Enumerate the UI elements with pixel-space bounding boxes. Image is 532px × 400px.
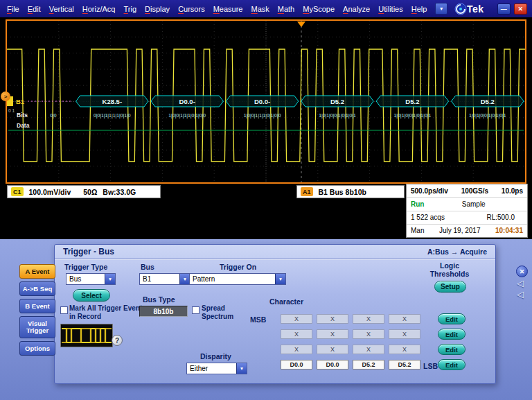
edit-button-1[interactable]: Edit xyxy=(438,313,466,324)
channel1-readout[interactable]: C1 100.0mV/div 50Ω Bw:33.0G xyxy=(7,185,161,198)
trigger-on-dropdown[interactable]: Pattern ▼ xyxy=(189,273,286,285)
bus-dropdown[interactable]: B1 ▼ xyxy=(139,273,190,285)
bus-decode-label: D0.0- xyxy=(179,98,195,105)
menu-item-horiz-acq[interactable]: Horiz/Acq xyxy=(78,3,120,15)
run-state: Run xyxy=(411,200,424,208)
edit-button-3[interactable]: Edit xyxy=(438,344,466,355)
chevron-down-icon: ▼ xyxy=(236,363,247,374)
trigger-window-header: Trigger - Bus A:Bus → Acquire xyxy=(55,245,495,259)
scope-display-area: K28.5-D0.0-D0.0-D5.2D5.2D5.20|00|0|1|1|1… xyxy=(0,17,532,239)
logic-thresholds-label: Logic Thresholds xyxy=(425,261,475,278)
character-lsb-cell-3[interactable]: D5.2 xyxy=(353,360,384,369)
menu-item-analyze[interactable]: Analyze xyxy=(339,3,374,15)
edit-buttons-column: EditEditEditEdit xyxy=(438,313,466,370)
menu-dropdown-button[interactable]: ▼ xyxy=(435,3,447,15)
menu-item-help[interactable]: Help xyxy=(407,3,432,15)
character-lsb-cell-2[interactable]: D0.0 xyxy=(317,360,348,369)
panel-arrow-left-icon[interactable]: ◁ xyxy=(517,278,524,288)
character-cell-1-3[interactable]: X xyxy=(353,314,384,324)
tab-visual-trigger[interactable]: Visual Trigger xyxy=(19,316,55,338)
character-cell-1-4[interactable]: X xyxy=(389,314,420,324)
edit-button-4[interactable]: Edit xyxy=(438,359,466,370)
character-cell-3-2[interactable]: X xyxy=(317,345,348,354)
trigger-on-value: Pattern xyxy=(190,274,215,284)
mark-events-checkbox[interactable] xyxy=(60,306,68,314)
menu-item-measure[interactable]: Measure xyxy=(209,3,247,15)
trigger-mode: Man xyxy=(411,227,424,234)
chevron-down-icon: ▼ xyxy=(439,6,444,11)
bus-label: Bus xyxy=(141,263,154,271)
samplerate-readout: 100GS/s xyxy=(461,187,488,195)
bits-track-group: 1|0|0|1|1|1|0|1|0|0 xyxy=(168,113,206,119)
bus-badge: A1 xyxy=(301,187,313,196)
bits-track-group: 0|0|1|1|1|1|1|0|1|0 xyxy=(94,113,131,119)
waveform-graticule[interactable]: K28.5-D0.0-D0.0-D5.2D5.2D5.20|00|0|1|1|1… xyxy=(6,19,526,184)
spread-spectrum-label: Spread Spectrum xyxy=(202,304,245,321)
character-cell-3-3[interactable]: X xyxy=(353,345,384,354)
bits-track-group: 1|0|1|0|0|1|0|1|0|1 xyxy=(469,113,506,119)
channel1-bandwidth: Bw:33.0G xyxy=(103,188,136,196)
bus-decode-label: D5.2 xyxy=(481,98,495,105)
character-cell-3-4[interactable]: X xyxy=(389,345,420,354)
menu-bar: FileEditVerticalHoriz/AcqTrigDisplayCurs… xyxy=(0,0,532,17)
bus-type-value: 8b10b xyxy=(139,306,188,317)
timebase-row: 500.0ps/div 100GS/s 10.0ps xyxy=(407,184,527,197)
menu-item-display[interactable]: Display xyxy=(141,3,174,15)
character-lsb-row: D0.0D0.0D5.2D5.2 xyxy=(281,360,420,369)
character-cell-1-1[interactable]: X xyxy=(281,314,312,324)
chevron-down-icon: ▼ xyxy=(179,274,190,284)
menu-item-cursors[interactable]: Cursors xyxy=(174,3,209,15)
tab-a-b-seq[interactable]: A->B Seq xyxy=(19,281,55,296)
bus-value: B1 xyxy=(140,274,151,284)
help-icon[interactable]: ? xyxy=(112,335,123,346)
menu-item-mask[interactable]: Mask xyxy=(247,3,273,15)
bus-readout[interactable]: A1 B1 Bus 8b10b xyxy=(296,185,405,198)
tab-options[interactable]: Options xyxy=(19,341,55,356)
tab-b-event[interactable]: B Event xyxy=(19,299,55,313)
character-grid: XXXXXXXXXXXXD0.0D0.0D5.2D5.2 xyxy=(281,314,420,375)
character-cell-2-1[interactable]: X xyxy=(281,329,312,339)
trigger-position-marker[interactable] xyxy=(297,21,305,27)
run-state-row: Run Sample xyxy=(407,197,527,210)
trigger-type-dropdown[interactable]: Bus ▼ xyxy=(66,273,116,285)
character-cell-1-2[interactable]: X xyxy=(317,314,348,324)
record-length: RL:500.0 xyxy=(486,214,515,221)
character-lsb-cell-1[interactable]: D0.0 xyxy=(281,360,312,369)
bus-description: B1 Bus 8b10b xyxy=(319,188,366,196)
menu-item-math[interactable]: Math xyxy=(274,3,299,15)
menu-item-edit[interactable]: Edit xyxy=(24,3,45,15)
edit-button-2[interactable]: Edit xyxy=(438,329,466,340)
trigger-panel-close-button[interactable]: ✕ xyxy=(516,266,528,277)
channel1-impedance: 50Ω xyxy=(83,188,97,196)
disparity-value: Either xyxy=(187,363,208,374)
character-cell-2-3[interactable]: X xyxy=(353,329,384,339)
character-row-1: XXXX xyxy=(281,314,420,324)
menu-item-utilities[interactable]: Utilities xyxy=(374,3,407,15)
time-readout: 10:04:31 xyxy=(495,227,523,234)
trigger-context-path: A:Bus → Acquire xyxy=(427,247,487,256)
menu-item-myscope[interactable]: MyScope xyxy=(299,3,339,15)
setup-button[interactable]: Setup xyxy=(434,281,466,293)
character-cell-3-1[interactable]: X xyxy=(281,345,312,354)
spread-spectrum-checkbox[interactable] xyxy=(192,306,200,314)
select-button[interactable]: Select xyxy=(73,289,110,302)
tab-a-event[interactable]: A Event xyxy=(19,264,55,279)
character-row-3: XXXX xyxy=(281,345,420,354)
bus-type-label: Bus Type xyxy=(143,295,175,304)
trigger-type-value: Bus xyxy=(66,274,81,284)
panel-arrow-left-icon-2[interactable]: ◁ xyxy=(517,289,524,299)
character-cell-2-4[interactable]: X xyxy=(389,329,420,339)
acquisition-mode: Sample xyxy=(462,200,486,208)
menu-item-trig[interactable]: Trig xyxy=(120,3,141,15)
character-cell-2-2[interactable]: X xyxy=(317,329,348,339)
minimize-button[interactable]: — xyxy=(497,3,511,15)
trigger-bus-window: Trigger - Bus A:Bus → Acquire Trigger Ty… xyxy=(54,244,496,384)
menu-item-file[interactable]: File xyxy=(3,3,24,15)
trigger-pattern-icon xyxy=(60,324,113,347)
bus-handle-marker[interactable]: > xyxy=(1,92,10,101)
menu-item-vertical[interactable]: Vertical xyxy=(45,3,78,15)
disparity-dropdown[interactable]: Either ▼ xyxy=(186,363,247,374)
acquisition-readout: 500.0ps/div 100GS/s 10.0ps Run Sample 1 … xyxy=(406,184,528,238)
character-lsb-cell-4[interactable]: D5.2 xyxy=(389,360,420,369)
close-button[interactable]: ✕ xyxy=(514,3,527,15)
